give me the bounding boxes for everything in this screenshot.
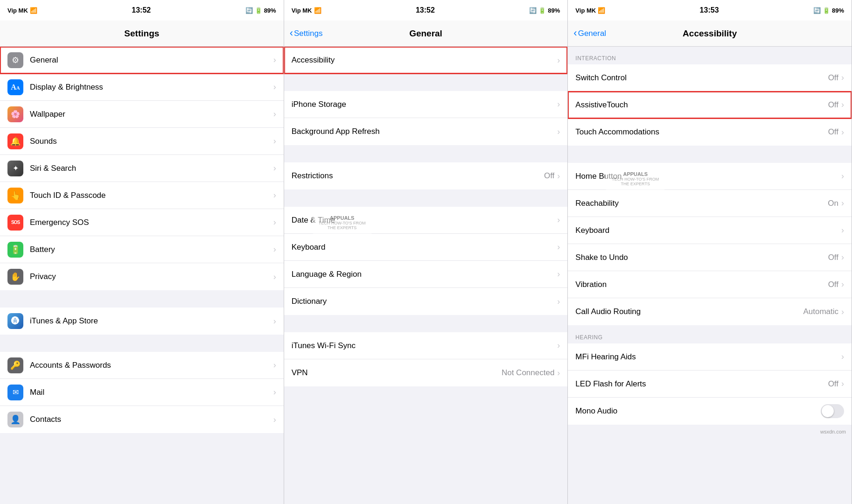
battery-pct-2: 89% xyxy=(548,7,560,14)
accessibility-item-shakeundo[interactable]: Shake to Undo Off › xyxy=(568,244,852,271)
acc-keyboard-chevron: › xyxy=(841,225,844,235)
settings-item-display[interactable]: AA Display & Brightness › xyxy=(0,74,284,101)
back-chevron-3: ‹ xyxy=(573,28,577,38)
general-panel: Vip MK 📶 13:52 🔄 🔋 89% ‹ Settings Genera… xyxy=(284,0,568,504)
mfihearing-label: MFi Hearing Aids xyxy=(575,352,841,362)
accessibility-item-touchaccom[interactable]: Touch Accommodations Off › xyxy=(568,119,852,146)
settings-item-battery[interactable]: 🔋 Battery › xyxy=(0,236,284,263)
wifi-icon-3: 📶 xyxy=(598,7,605,14)
language-chevron: › xyxy=(557,269,560,279)
sos-icon: SOS xyxy=(7,215,23,231)
settings-item-wallpaper[interactable]: 🌸 Wallpaper › xyxy=(0,101,284,128)
back-label-2: Settings xyxy=(294,29,322,38)
general-item-bgrefresh[interactable]: Background App Refresh › xyxy=(284,118,568,145)
accounts-icon: 🔑 xyxy=(7,357,23,373)
itunes-sync-chevron: › xyxy=(557,341,560,350)
keyboard-label: Keyboard xyxy=(292,243,558,252)
settings-item-touchid[interactable]: 👆 Touch ID & Passcode › xyxy=(0,182,284,209)
section-restrictions: Restrictions Off › xyxy=(284,162,568,189)
mail-chevron: › xyxy=(273,387,276,397)
accessibility-item-reachability[interactable]: Reachability On › xyxy=(568,190,852,217)
vpn-label: VPN xyxy=(292,368,502,378)
touchaccom-label: Touch Accommodations xyxy=(575,127,828,137)
general-item-storage[interactable]: iPhone Storage › xyxy=(284,91,568,118)
status-bar-3: Vip MK 📶 13:53 🔄 🔋 89% xyxy=(568,0,852,21)
section-appstore: 🅐 iTunes & App Store › xyxy=(0,308,284,335)
general-item-language[interactable]: Language & Region › xyxy=(284,261,568,288)
accessibility-item-mfihearing[interactable]: MFi Hearing Aids › xyxy=(568,343,852,371)
status-left-1: Vip MK 📶 xyxy=(7,7,37,14)
accessibility-item-ledflash[interactable]: LED Flash for Alerts Off › xyxy=(568,371,852,398)
settings-item-contacts[interactable]: 👤 Contacts › xyxy=(0,406,284,433)
settings-item-general[interactable]: ⚙ General › xyxy=(0,47,284,74)
general-label: General xyxy=(30,56,273,65)
mail-label: Mail xyxy=(30,388,273,397)
accessibility-item-monoaudio[interactable]: Mono Audio xyxy=(568,398,852,425)
touchid-chevron: › xyxy=(273,190,276,200)
assistivetouch-value: Off xyxy=(828,100,838,110)
status-right-1: 🔄 🔋 89% xyxy=(245,7,276,14)
switchcontrol-value: Off xyxy=(828,73,838,83)
siri-icon: ✦ xyxy=(7,161,23,176)
bgrefresh-label: Background App Refresh xyxy=(292,127,558,136)
ledflash-label: LED Flash for Alerts xyxy=(575,379,828,389)
vibration-chevron: › xyxy=(841,280,844,289)
settings-item-privacy[interactable]: ✋ Privacy › xyxy=(0,263,284,290)
settings-item-sos[interactable]: SOS Emergency SOS › xyxy=(0,209,284,236)
assistivetouch-chevron: › xyxy=(841,100,844,110)
status-right-2: 🔄 🔋 89% xyxy=(529,7,560,14)
section-buttons: Home Button › Reachability On › Keyboard… xyxy=(568,163,852,325)
general-item-keyboard[interactable]: Keyboard › xyxy=(284,234,568,261)
acc-keyboard-label: Keyboard xyxy=(575,226,841,235)
settings-item-appstore[interactable]: 🅐 iTunes & App Store › xyxy=(0,308,284,335)
mfihearing-chevron: › xyxy=(841,352,844,362)
time-3: 13:53 xyxy=(700,6,719,14)
nav-back-2[interactable]: ‹ Settings xyxy=(290,29,323,38)
general-item-itunes-sync[interactable]: iTunes Wi-Fi Sync › xyxy=(284,332,568,359)
accessibility-item-keyboard[interactable]: Keyboard › xyxy=(568,217,852,244)
general-list[interactable]: Accessibility › iPhone Storage › Backgro… xyxy=(284,47,568,504)
accessibility-item-switchcontrol[interactable]: Switch Control Off › xyxy=(568,64,852,91)
general-item-datetime[interactable]: Date & Time › xyxy=(284,207,568,234)
display-chevron: › xyxy=(273,82,276,92)
contacts-icon: 👤 xyxy=(7,412,23,427)
carrier-3: Vip MK xyxy=(575,7,596,14)
restrictions-chevron: › xyxy=(557,171,560,181)
general-item-accessibility[interactable]: Accessibility › xyxy=(284,47,568,74)
settings-item-accounts[interactable]: 🔑 Accounts & Passwords › xyxy=(0,352,284,379)
battery-icon-1: 🔋 xyxy=(255,7,262,14)
settings-item-siri[interactable]: ✦ Siri & Search › xyxy=(0,155,284,182)
general-item-vpn[interactable]: VPN Not Connected › xyxy=(284,359,568,386)
accessibility-item-assistivetouch[interactable]: AssistiveTouch Off › xyxy=(568,91,852,119)
settings-item-sounds[interactable]: 🔔 Sounds › xyxy=(0,128,284,155)
display-icon: AA xyxy=(7,79,23,95)
contacts-label: Contacts xyxy=(30,415,273,424)
section-interaction: Switch Control Off › AssistiveTouch Off … xyxy=(568,64,852,146)
settings-item-mail[interactable]: ✉ Mail › xyxy=(0,379,284,406)
nav-title-3: Accessibility xyxy=(683,28,737,39)
battery-icon-2: 🔋 xyxy=(538,7,546,14)
battery-label: Battery xyxy=(30,245,273,254)
datetime-label: Date & Time xyxy=(292,216,558,225)
keyboard-chevron: › xyxy=(557,242,560,252)
restrictions-value: Off xyxy=(544,171,554,181)
settings-panel: Vip MK 📶 13:52 🔄 🔋 89% Settings ⚙ Genera… xyxy=(0,0,284,504)
privacy-label: Privacy xyxy=(30,272,273,281)
settings-list[interactable]: ⚙ General › AA Display & Brightness › 🌸 … xyxy=(0,47,284,504)
alarm-icon-3: 🔄 xyxy=(813,7,821,14)
monoaudio-toggle[interactable] xyxy=(821,404,844,418)
nav-title-2: General xyxy=(409,28,442,39)
nav-back-3[interactable]: ‹ General xyxy=(573,29,606,38)
assistivetouch-label: AssistiveTouch xyxy=(575,100,828,110)
acc-gap-1 xyxy=(568,146,852,163)
general-item-restrictions[interactable]: Restrictions Off › xyxy=(284,162,568,189)
dictionary-chevron: › xyxy=(557,297,560,307)
sounds-chevron: › xyxy=(273,136,276,146)
callaudio-label: Call Audio Routing xyxy=(575,307,803,316)
time-2: 13:52 xyxy=(416,6,435,14)
accessibility-item-homebtn[interactable]: Home Button › xyxy=(568,163,852,190)
accessibility-item-callaudio[interactable]: Call Audio Routing Automatic › xyxy=(568,298,852,325)
accessibility-list[interactable]: INTERACTION Switch Control Off › Assisti… xyxy=(568,47,852,504)
accessibility-item-vibration[interactable]: Vibration Off › xyxy=(568,271,852,298)
general-item-dictionary[interactable]: Dictionary › xyxy=(284,288,568,315)
